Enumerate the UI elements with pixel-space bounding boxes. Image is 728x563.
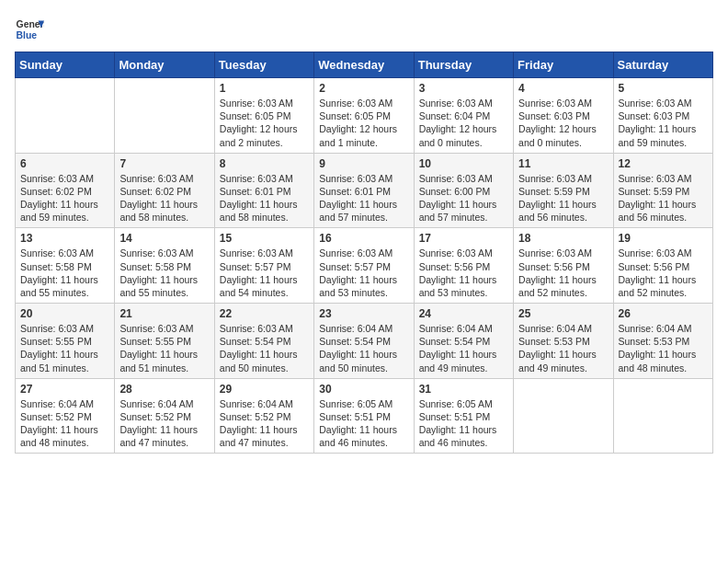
calendar-cell: 1Sunrise: 6:03 AMSunset: 6:05 PMDaylight… <box>214 78 313 154</box>
day-number: 21 <box>119 307 209 320</box>
calendar-cell: 26Sunrise: 6:04 AMSunset: 5:53 PMDayligh… <box>613 304 712 379</box>
day-number: 29 <box>220 383 309 396</box>
calendar-cell: 8Sunrise: 6:03 AMSunset: 6:01 PMDaylight… <box>214 153 313 228</box>
calendar-cell: 9Sunrise: 6:03 AMSunset: 6:01 PMDaylight… <box>314 153 414 228</box>
week-row-1: 1Sunrise: 6:03 AMSunset: 6:05 PMDaylight… <box>16 78 713 154</box>
weekday-header-saturday: Saturday <box>613 52 712 78</box>
day-info: Sunrise: 6:05 AMSunset: 5:51 PMDaylight:… <box>319 397 408 450</box>
day-info: Sunrise: 6:04 AMSunset: 5:52 PMDaylight:… <box>220 397 309 450</box>
logo: General Blue <box>15 15 44 44</box>
day-number: 28 <box>119 383 209 396</box>
day-info: Sunrise: 6:03 AMSunset: 6:00 PMDaylight:… <box>419 172 508 224</box>
day-number: 15 <box>220 232 309 245</box>
day-info: Sunrise: 6:03 AMSunset: 5:57 PMDaylight:… <box>319 247 408 299</box>
calendar-cell <box>514 378 613 454</box>
day-info: Sunrise: 6:03 AMSunset: 5:55 PMDaylight:… <box>119 322 209 374</box>
week-row-3: 13Sunrise: 6:03 AMSunset: 5:58 PMDayligh… <box>16 228 713 304</box>
calendar-cell: 30Sunrise: 6:05 AMSunset: 5:51 PMDayligh… <box>314 378 414 454</box>
day-number: 18 <box>518 232 608 245</box>
day-info: Sunrise: 6:04 AMSunset: 5:52 PMDaylight:… <box>119 397 209 450</box>
svg-text:Blue: Blue <box>17 30 38 40</box>
calendar-cell <box>115 78 214 154</box>
day-number: 17 <box>419 232 508 245</box>
calendar-cell: 7Sunrise: 6:03 AMSunset: 6:02 PMDaylight… <box>115 153 214 228</box>
day-info: Sunrise: 6:03 AMSunset: 6:03 PMDaylight:… <box>619 97 708 149</box>
calendar-cell: 23Sunrise: 6:04 AMSunset: 5:54 PMDayligh… <box>314 304 414 379</box>
calendar-cell: 13Sunrise: 6:03 AMSunset: 5:58 PMDayligh… <box>16 228 115 304</box>
day-number: 27 <box>20 383 109 396</box>
calendar-cell <box>613 378 712 454</box>
day-info: Sunrise: 6:05 AMSunset: 5:51 PMDaylight:… <box>419 397 508 450</box>
day-number: 23 <box>319 307 408 320</box>
day-info: Sunrise: 6:03 AMSunset: 6:05 PMDaylight:… <box>319 97 408 149</box>
day-number: 24 <box>419 307 508 320</box>
day-number: 13 <box>20 232 109 245</box>
calendar-cell: 3Sunrise: 6:03 AMSunset: 6:04 PMDaylight… <box>414 78 513 154</box>
weekday-header-monday: Monday <box>115 52 214 78</box>
day-info: Sunrise: 6:04 AMSunset: 5:54 PMDaylight:… <box>419 322 508 374</box>
day-number: 4 <box>518 82 608 95</box>
day-info: Sunrise: 6:03 AMSunset: 5:59 PMDaylight:… <box>619 172 708 224</box>
day-info: Sunrise: 6:03 AMSunset: 5:56 PMDaylight:… <box>619 247 708 299</box>
day-number: 6 <box>20 157 109 170</box>
day-number: 22 <box>220 307 309 320</box>
calendar-cell: 19Sunrise: 6:03 AMSunset: 5:56 PMDayligh… <box>613 228 712 304</box>
day-info: Sunrise: 6:03 AMSunset: 6:04 PMDaylight:… <box>419 97 508 149</box>
day-number: 26 <box>619 307 708 320</box>
day-info: Sunrise: 6:03 AMSunset: 5:54 PMDaylight:… <box>220 322 309 374</box>
calendar-cell: 25Sunrise: 6:04 AMSunset: 5:53 PMDayligh… <box>514 304 613 379</box>
calendar-cell: 16Sunrise: 6:03 AMSunset: 5:57 PMDayligh… <box>314 228 414 304</box>
day-number: 11 <box>518 157 608 170</box>
calendar-cell: 20Sunrise: 6:03 AMSunset: 5:55 PMDayligh… <box>16 304 115 379</box>
day-number: 10 <box>419 157 508 170</box>
calendar-cell: 12Sunrise: 6:03 AMSunset: 5:59 PMDayligh… <box>613 153 712 228</box>
calendar-cell: 29Sunrise: 6:04 AMSunset: 5:52 PMDayligh… <box>214 378 313 454</box>
day-number: 3 <box>419 82 508 95</box>
calendar-cell: 17Sunrise: 6:03 AMSunset: 5:56 PMDayligh… <box>414 228 513 304</box>
day-number: 9 <box>319 157 408 170</box>
week-row-5: 27Sunrise: 6:04 AMSunset: 5:52 PMDayligh… <box>16 378 713 454</box>
day-info: Sunrise: 6:03 AMSunset: 6:01 PMDaylight:… <box>319 172 408 224</box>
day-info: Sunrise: 6:03 AMSunset: 6:02 PMDaylight:… <box>20 172 109 224</box>
calendar-cell: 22Sunrise: 6:03 AMSunset: 5:54 PMDayligh… <box>214 304 313 379</box>
calendar-cell: 27Sunrise: 6:04 AMSunset: 5:52 PMDayligh… <box>16 378 115 454</box>
weekday-header-friday: Friday <box>514 52 613 78</box>
day-info: Sunrise: 6:03 AMSunset: 6:03 PMDaylight:… <box>518 97 608 149</box>
day-info: Sunrise: 6:03 AMSunset: 5:55 PMDaylight:… <box>20 322 109 374</box>
day-number: 1 <box>220 82 309 95</box>
day-number: 20 <box>20 307 109 320</box>
day-number: 5 <box>619 82 708 95</box>
day-number: 8 <box>220 157 309 170</box>
day-number: 31 <box>419 383 508 396</box>
calendar-cell: 5Sunrise: 6:03 AMSunset: 6:03 PMDaylight… <box>613 78 712 154</box>
day-number: 12 <box>619 157 708 170</box>
week-row-2: 6Sunrise: 6:03 AMSunset: 6:02 PMDaylight… <box>16 153 713 228</box>
calendar-cell: 14Sunrise: 6:03 AMSunset: 5:58 PMDayligh… <box>115 228 214 304</box>
calendar-cell: 2Sunrise: 6:03 AMSunset: 6:05 PMDaylight… <box>314 78 414 154</box>
day-info: Sunrise: 6:04 AMSunset: 5:54 PMDaylight:… <box>319 322 408 374</box>
calendar-cell: 31Sunrise: 6:05 AMSunset: 5:51 PMDayligh… <box>414 378 513 454</box>
weekday-header-wednesday: Wednesday <box>314 52 414 78</box>
day-info: Sunrise: 6:03 AMSunset: 6:01 PMDaylight:… <box>220 172 309 224</box>
day-number: 7 <box>119 157 209 170</box>
day-info: Sunrise: 6:03 AMSunset: 6:05 PMDaylight:… <box>220 97 309 149</box>
day-number: 30 <box>319 383 408 396</box>
logo-icon: General Blue <box>15 15 44 44</box>
day-info: Sunrise: 6:04 AMSunset: 5:52 PMDaylight:… <box>20 397 109 450</box>
day-info: Sunrise: 6:03 AMSunset: 5:56 PMDaylight:… <box>419 247 508 299</box>
calendar-cell: 18Sunrise: 6:03 AMSunset: 5:56 PMDayligh… <box>514 228 613 304</box>
day-info: Sunrise: 6:03 AMSunset: 5:58 PMDaylight:… <box>20 247 109 299</box>
day-info: Sunrise: 6:03 AMSunset: 5:59 PMDaylight:… <box>518 172 608 224</box>
calendar-cell: 4Sunrise: 6:03 AMSunset: 6:03 PMDaylight… <box>514 78 613 154</box>
day-info: Sunrise: 6:03 AMSunset: 5:57 PMDaylight:… <box>220 247 309 299</box>
calendar-cell: 15Sunrise: 6:03 AMSunset: 5:57 PMDayligh… <box>214 228 313 304</box>
calendar-cell: 10Sunrise: 6:03 AMSunset: 6:00 PMDayligh… <box>414 153 513 228</box>
calendar-cell <box>16 78 115 154</box>
calendar-cell: 11Sunrise: 6:03 AMSunset: 5:59 PMDayligh… <box>514 153 613 228</box>
day-number: 19 <box>619 232 708 245</box>
calendar-cell: 21Sunrise: 6:03 AMSunset: 5:55 PMDayligh… <box>115 304 214 379</box>
day-info: Sunrise: 6:04 AMSunset: 5:53 PMDaylight:… <box>518 322 608 374</box>
calendar-cell: 28Sunrise: 6:04 AMSunset: 5:52 PMDayligh… <box>115 378 214 454</box>
day-info: Sunrise: 6:03 AMSunset: 5:58 PMDaylight:… <box>119 247 209 299</box>
weekday-header-tuesday: Tuesday <box>214 52 313 78</box>
